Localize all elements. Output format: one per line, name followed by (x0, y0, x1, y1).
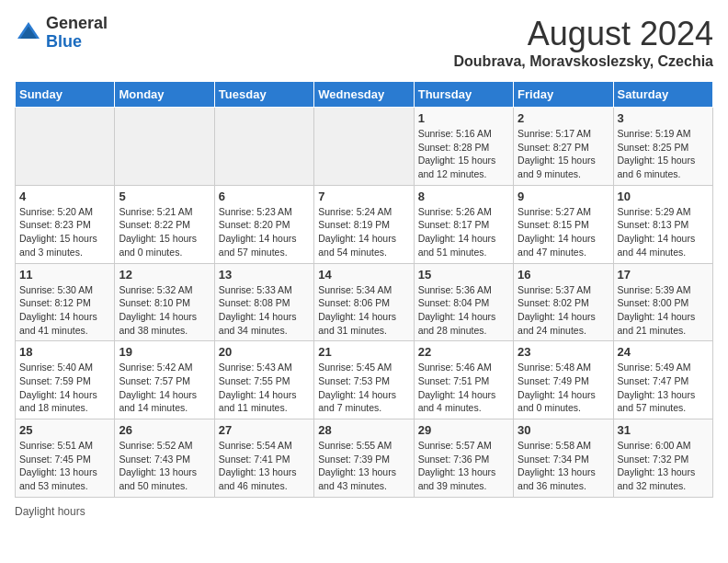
col-header-saturday: Saturday (613, 82, 712, 108)
day-number: 20 (219, 345, 310, 359)
day-number: 31 (618, 423, 709, 437)
day-info: Sunrise: 5:29 AM Sunset: 8:13 PM Dayligh… (618, 205, 709, 259)
day-number: 30 (518, 423, 609, 437)
calendar-cell: 24Sunrise: 5:49 AM Sunset: 7:47 PM Dayli… (613, 341, 712, 419)
day-info: Sunrise: 5:32 AM Sunset: 8:10 PM Dayligh… (119, 283, 210, 338)
logo-general-text: General (46, 15, 108, 33)
calendar-cell: 26Sunrise: 5:52 AM Sunset: 7:43 PM Dayli… (115, 419, 214, 498)
day-number: 6 (219, 190, 310, 203)
calendar-cell: 4Sunrise: 5:20 AM Sunset: 8:23 PM Daylig… (16, 185, 115, 263)
day-info: Sunrise: 5:17 AM Sunset: 8:27 PM Dayligh… (518, 127, 609, 181)
day-number: 18 (19, 345, 110, 359)
calendar-cell: 20Sunrise: 5:43 AM Sunset: 7:55 PM Dayli… (214, 341, 313, 419)
calendar-cell: 7Sunrise: 5:24 AM Sunset: 8:19 PM Daylig… (314, 185, 414, 263)
calendar-cell: 17Sunrise: 5:39 AM Sunset: 8:00 PM Dayli… (613, 263, 712, 341)
day-number: 12 (119, 268, 210, 282)
day-info: Sunrise: 5:46 AM Sunset: 7:51 PM Dayligh… (418, 361, 509, 415)
footer-label: Daylight hours (15, 505, 713, 518)
calendar-cell: 27Sunrise: 5:54 AM Sunset: 7:41 PM Dayli… (214, 419, 313, 498)
calendar-cell: 5Sunrise: 5:21 AM Sunset: 8:22 PM Daylig… (115, 185, 214, 263)
day-info: Sunrise: 5:24 AM Sunset: 8:19 PM Dayligh… (318, 205, 409, 259)
calendar-cell: 2Sunrise: 5:17 AM Sunset: 8:27 PM Daylig… (514, 108, 613, 186)
day-number: 25 (19, 423, 110, 437)
calendar-cell: 19Sunrise: 5:42 AM Sunset: 7:57 PM Dayli… (115, 341, 214, 419)
day-info: Sunrise: 5:40 AM Sunset: 7:59 PM Dayligh… (19, 361, 110, 415)
calendar-cell: 29Sunrise: 5:57 AM Sunset: 7:36 PM Dayli… (414, 419, 513, 498)
calendar-cell: 12Sunrise: 5:32 AM Sunset: 8:10 PM Dayli… (115, 263, 214, 341)
calendar-cell: 25Sunrise: 5:51 AM Sunset: 7:45 PM Dayli… (16, 419, 115, 498)
logo-icon (15, 19, 42, 47)
day-info: Sunrise: 5:52 AM Sunset: 7:43 PM Dayligh… (119, 439, 210, 493)
calendar-cell: 18Sunrise: 5:40 AM Sunset: 7:59 PM Dayli… (16, 341, 115, 419)
day-info: Sunrise: 6:00 AM Sunset: 7:32 PM Dayligh… (618, 439, 709, 493)
calendar-table: SundayMondayTuesdayWednesdayThursdayFrid… (15, 81, 713, 498)
day-info: Sunrise: 5:57 AM Sunset: 7:36 PM Dayligh… (418, 439, 509, 493)
calendar-cell: 21Sunrise: 5:45 AM Sunset: 7:53 PM Dayli… (314, 341, 414, 419)
day-info: Sunrise: 5:27 AM Sunset: 8:15 PM Dayligh… (518, 205, 609, 259)
calendar-cell: 10Sunrise: 5:29 AM Sunset: 8:13 PM Dayli… (613, 185, 712, 263)
day-info: Sunrise: 5:23 AM Sunset: 8:20 PM Dayligh… (219, 205, 310, 259)
day-number: 15 (418, 268, 509, 282)
calendar-cell: 3Sunrise: 5:19 AM Sunset: 8:25 PM Daylig… (613, 108, 712, 186)
day-info: Sunrise: 5:42 AM Sunset: 7:57 PM Dayligh… (119, 361, 210, 415)
calendar-cell: 14Sunrise: 5:34 AM Sunset: 8:06 PM Dayli… (314, 263, 414, 341)
col-header-monday: Monday (115, 82, 214, 108)
day-info: Sunrise: 5:55 AM Sunset: 7:39 PM Dayligh… (318, 439, 409, 493)
day-number: 14 (318, 268, 409, 282)
col-header-sunday: Sunday (16, 82, 115, 108)
main-title: August 2024 (454, 15, 714, 53)
day-info: Sunrise: 5:43 AM Sunset: 7:55 PM Dayligh… (219, 361, 310, 415)
calendar-cell: 31Sunrise: 6:00 AM Sunset: 7:32 PM Dayli… (613, 419, 712, 498)
title-area: August 2024 Doubrava, Moravskoslezsky, C… (454, 15, 714, 70)
day-number: 28 (318, 423, 409, 437)
week-row-1: 1Sunrise: 5:16 AM Sunset: 8:28 PM Daylig… (16, 108, 713, 186)
col-header-wednesday: Wednesday (314, 82, 414, 108)
calendar-cell: 28Sunrise: 5:55 AM Sunset: 7:39 PM Dayli… (314, 419, 414, 498)
day-number: 4 (19, 190, 110, 203)
col-header-tuesday: Tuesday (214, 82, 313, 108)
day-info: Sunrise: 5:19 AM Sunset: 8:25 PM Dayligh… (618, 127, 709, 181)
day-number: 22 (418, 345, 509, 359)
day-number: 11 (19, 268, 110, 282)
calendar-cell (115, 108, 214, 186)
calendar-cell: 22Sunrise: 5:46 AM Sunset: 7:51 PM Dayli… (414, 341, 513, 419)
day-number: 2 (518, 111, 609, 125)
day-info: Sunrise: 5:20 AM Sunset: 8:23 PM Dayligh… (19, 205, 110, 259)
logo-blue-text: Blue (46, 33, 108, 52)
calendar-header-row: SundayMondayTuesdayWednesdayThursdayFrid… (16, 82, 713, 108)
day-info: Sunrise: 5:49 AM Sunset: 7:47 PM Dayligh… (618, 361, 709, 415)
day-info: Sunrise: 5:39 AM Sunset: 8:00 PM Dayligh… (618, 283, 709, 338)
week-row-2: 4Sunrise: 5:20 AM Sunset: 8:23 PM Daylig… (16, 185, 713, 263)
calendar-cell: 6Sunrise: 5:23 AM Sunset: 8:20 PM Daylig… (214, 185, 313, 263)
day-number: 27 (219, 423, 310, 437)
calendar-cell: 30Sunrise: 5:58 AM Sunset: 7:34 PM Dayli… (514, 419, 613, 498)
calendar-cell: 8Sunrise: 5:26 AM Sunset: 8:17 PM Daylig… (414, 185, 513, 263)
calendar-cell: 1Sunrise: 5:16 AM Sunset: 8:28 PM Daylig… (414, 108, 513, 186)
week-row-3: 11Sunrise: 5:30 AM Sunset: 8:12 PM Dayli… (16, 263, 713, 341)
day-number: 16 (518, 268, 609, 282)
calendar-cell (314, 108, 414, 186)
calendar-cell: 23Sunrise: 5:48 AM Sunset: 7:49 PM Dayli… (514, 341, 613, 419)
col-header-thursday: Thursday (414, 82, 513, 108)
subtitle: Doubrava, Moravskoslezsky, Czechia (454, 53, 714, 70)
day-info: Sunrise: 5:58 AM Sunset: 7:34 PM Dayligh… (518, 439, 609, 493)
day-info: Sunrise: 5:16 AM Sunset: 8:28 PM Dayligh… (418, 127, 509, 181)
day-number: 23 (518, 345, 609, 359)
day-info: Sunrise: 5:33 AM Sunset: 8:08 PM Dayligh… (219, 283, 310, 338)
day-number: 24 (618, 345, 709, 359)
calendar-cell: 11Sunrise: 5:30 AM Sunset: 8:12 PM Dayli… (16, 263, 115, 341)
day-info: Sunrise: 5:36 AM Sunset: 8:04 PM Dayligh… (418, 283, 509, 338)
day-info: Sunrise: 5:37 AM Sunset: 8:02 PM Dayligh… (518, 283, 609, 338)
day-number: 10 (618, 190, 709, 203)
week-row-5: 25Sunrise: 5:51 AM Sunset: 7:45 PM Dayli… (16, 419, 713, 498)
calendar-cell: 15Sunrise: 5:36 AM Sunset: 8:04 PM Dayli… (414, 263, 513, 341)
day-number: 17 (618, 268, 709, 282)
logo-text: General Blue (46, 15, 108, 52)
week-row-4: 18Sunrise: 5:40 AM Sunset: 7:59 PM Dayli… (16, 341, 713, 419)
day-number: 1 (418, 111, 509, 125)
day-info: Sunrise: 5:45 AM Sunset: 7:53 PM Dayligh… (318, 361, 409, 415)
day-info: Sunrise: 5:21 AM Sunset: 8:22 PM Dayligh… (119, 205, 210, 259)
day-number: 21 (318, 345, 409, 359)
day-info: Sunrise: 5:51 AM Sunset: 7:45 PM Dayligh… (19, 439, 110, 493)
day-number: 3 (618, 111, 709, 125)
